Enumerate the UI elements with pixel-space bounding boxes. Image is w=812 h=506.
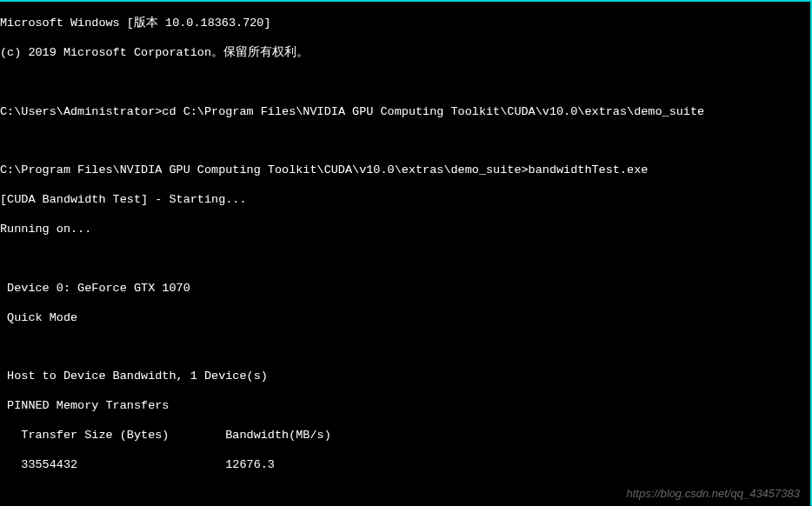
cd-command: cd C:\Program Files\NVIDIA GPU Computing… (162, 105, 704, 118)
exec-command-line: C:\Program Files\NVIDIA GPU Computing To… (0, 163, 810, 178)
h2d-header: Host to Device Bandwidth, 1 Device(s) (0, 370, 810, 384)
mode-line: Quick Mode (0, 311, 810, 326)
device-line: Device 0: GeForce GTX 1070 (0, 282, 810, 296)
h2d-mem-type: PINNED Memory Transfers (0, 399, 810, 414)
copyright-line: (c) 2019 Microsoft Corporation。保留所有权利。 (0, 46, 810, 61)
watermark-text: https://blog.csdn.net/qq_43457383 (627, 487, 801, 501)
h2d-columns: Transfer Size (Bytes) Bandwidth(MB/s) (0, 429, 810, 443)
bandwidth-command: bandwidthTest.exe (529, 163, 649, 176)
blank-line (0, 134, 810, 149)
terminal-output[interactable]: Microsoft Windows [版本 10.0.18363.720] (c… (0, 2, 810, 506)
prompt-text: C:\Users\Administrator> (0, 105, 162, 118)
running-line: Running on... (0, 223, 810, 237)
blank-line (0, 341, 810, 356)
starting-line: [CUDA Bandwidth Test] - Starting... (0, 193, 810, 208)
cd-command-line: C:\Users\Administrator>cd C:\Program Fil… (0, 105, 810, 120)
h2d-data-row: 33554432 12676.3 (0, 458, 810, 473)
blank-line (0, 76, 810, 90)
windows-version-line: Microsoft Windows [版本 10.0.18363.720] (0, 17, 810, 31)
blank-line (0, 252, 810, 267)
prompt-text: C:\Program Files\NVIDIA GPU Computing To… (0, 163, 529, 176)
